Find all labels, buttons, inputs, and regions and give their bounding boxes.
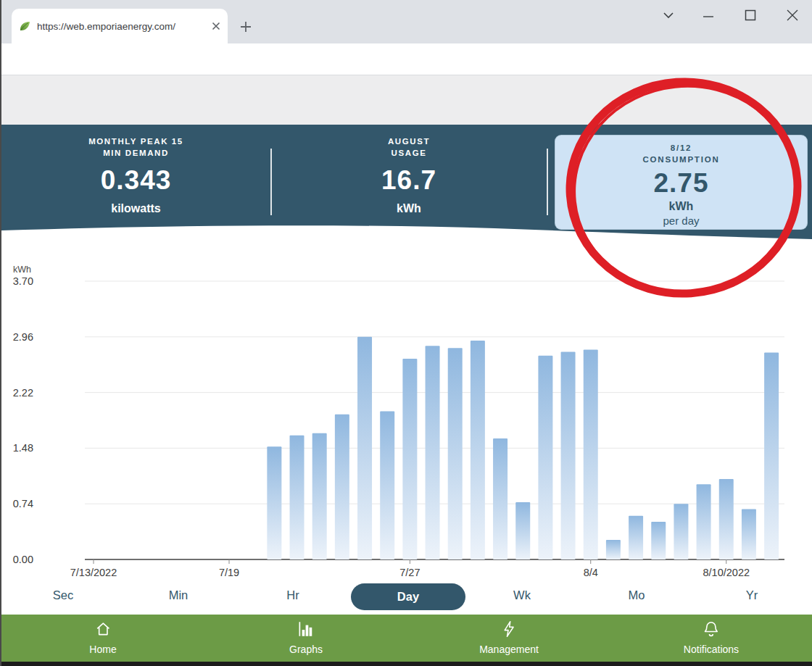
window-close-icon[interactable]	[782, 6, 803, 25]
tab-mo[interactable]: Mo	[629, 588, 645, 602]
leaf-favicon	[19, 20, 31, 33]
tab-hr[interactable]: Hr	[286, 588, 299, 602]
panel-divider	[547, 149, 548, 215]
chart-bar[interactable]	[357, 337, 372, 559]
stat-label: 8/12	[671, 143, 692, 152]
chart-bar[interactable]	[538, 356, 552, 559]
tab-title: https://web.emporiaenergy.com/	[37, 21, 206, 32]
stat-unit: kilowatts	[1, 202, 270, 215]
window-minimize-icon[interactable]	[697, 6, 719, 25]
stat-value: 0.343	[1, 165, 270, 196]
y-tick-label: 0.74	[13, 498, 33, 509]
x-tick-label: 8/4	[584, 567, 598, 578]
chart-y-axis: kWh0.000.741.482.222.963.70	[13, 265, 784, 565]
tab-min[interactable]: Min	[169, 588, 188, 602]
stats-band: MONTHLY PEAK 15MIN DEMAND 0.343 kilowatt…	[1, 125, 812, 241]
app-header: SOLAR > Main	[1, 75, 812, 125]
chart-bar[interactable]	[606, 540, 621, 559]
stat-value: 16.7	[271, 165, 547, 196]
nav-management[interactable]: Management	[479, 620, 539, 655]
chart-bar[interactable]	[629, 516, 643, 559]
nav-notifications[interactable]: Notifications	[684, 620, 739, 655]
stat-unit: kWh	[271, 202, 547, 215]
chart-bar[interactable]	[651, 522, 666, 559]
chart-bar[interactable]	[290, 436, 304, 559]
x-tick-label: 7/27	[399, 567, 420, 578]
stat-unit: kWh	[555, 200, 807, 213]
chart-bar[interactable]	[719, 479, 734, 559]
tab-wk[interactable]: Wk	[513, 588, 531, 602]
chart-bar[interactable]	[674, 504, 688, 559]
y-tick-label: 1.48	[13, 442, 33, 454]
chart-section: kWh0.000.741.482.222.963.707/13/20227/19…	[1, 241, 812, 581]
chart-bar[interactable]	[267, 446, 281, 559]
chart-bar[interactable]	[515, 502, 530, 559]
window-maximize-icon[interactable]	[740, 6, 761, 25]
y-tick-label: 2.22	[13, 387, 33, 399]
usage-bar-chart: kWh0.000.741.482.222.963.707/13/20227/19…	[1, 241, 812, 581]
chart-x-axis: 7/13/20227/197/278/48/10/2022	[70, 559, 750, 578]
stat-label: AUGUST	[388, 137, 430, 146]
tab-day-selected[interactable]: Day	[351, 583, 465, 610]
x-tick-label: 8/10/2022	[703, 567, 750, 578]
tab-sec[interactable]: Sec	[53, 588, 73, 602]
chart-bar[interactable]	[742, 509, 756, 559]
home-house-icon	[94, 620, 112, 638]
stat-value: 2.75	[555, 168, 807, 199]
y-axis-unit-label: kWh	[13, 265, 31, 275]
chart-bar[interactable]	[312, 433, 327, 559]
chart-bar[interactable]	[335, 415, 349, 559]
graphs-barchart-icon	[297, 620, 315, 638]
chart-bar[interactable]	[697, 484, 711, 559]
tab-close-icon[interactable]	[212, 22, 220, 30]
browser-titlebar: https://web.emporiaenergy.com/	[1, 0, 812, 43]
y-tick-label: 0.00	[13, 554, 33, 565]
consumption-card-selected[interactable]: 8/12CONSUMPTION 2.75 kWh per day	[555, 135, 808, 230]
management-bolt-icon	[500, 620, 518, 638]
time-range-tabs: Sec Min Hr Day Wk Mo Yr	[1, 581, 812, 615]
wave-divider	[1, 219, 812, 241]
tab-yr[interactable]: Yr	[746, 588, 758, 602]
x-tick-label: 7/19	[219, 567, 239, 578]
chart-bar[interactable]	[380, 412, 394, 559]
nav-graphs[interactable]: Graphs	[289, 620, 323, 655]
nav-home[interactable]: Home	[89, 620, 116, 655]
chart-bar[interactable]	[448, 348, 463, 559]
browser-toolbar: web.emporiaenergy.com/#/home G	[1, 43, 812, 75]
chart-bar[interactable]	[471, 341, 485, 559]
tab-search-chevron-icon[interactable]	[658, 6, 679, 25]
stat-label: MONTHLY PEAK 15	[88, 137, 183, 146]
chart-bar[interactable]	[764, 353, 779, 559]
window-bottom-edge	[1, 662, 812, 666]
bottom-nav: Home Graphs Management Notifications	[1, 615, 812, 662]
x-tick-label: 7/13/2022	[70, 567, 117, 578]
new-tab-icon[interactable]	[236, 17, 255, 36]
chart-bar[interactable]	[402, 359, 417, 559]
y-tick-label: 2.96	[13, 331, 33, 343]
chart-bar[interactable]	[584, 349, 598, 559]
browser-window: https://web.emporiaenergy.com/	[0, 0, 812, 666]
y-tick-label: 3.70	[13, 275, 33, 287]
chart-bar[interactable]	[561, 352, 576, 559]
browser-tab[interactable]: https://web.emporiaenergy.com/	[12, 9, 228, 43]
chart-bar[interactable]	[493, 438, 508, 559]
notifications-bell-icon	[702, 620, 721, 638]
chart-bar[interactable]	[426, 346, 440, 559]
